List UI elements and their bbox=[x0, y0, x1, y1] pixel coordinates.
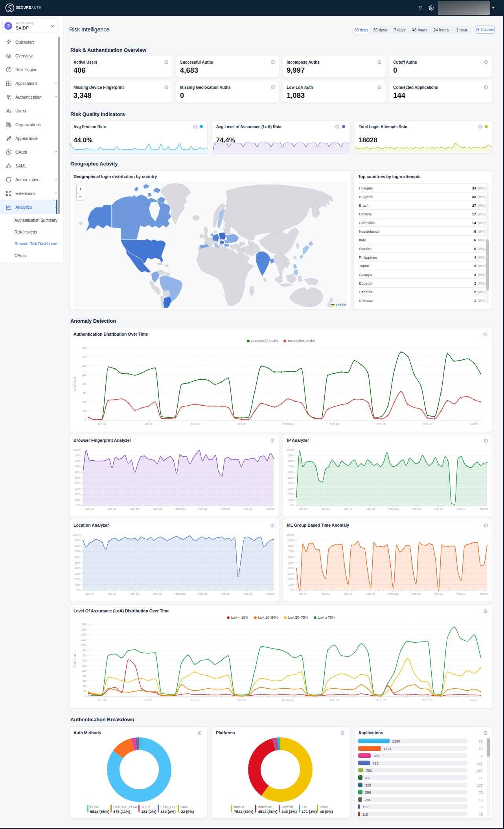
svg-text:100%: 100% bbox=[73, 533, 81, 537]
svg-text:120: 120 bbox=[81, 364, 86, 368]
svg-text:March: March bbox=[470, 698, 478, 702]
svg-text:80: 80 bbox=[83, 674, 86, 678]
svg-text:Jan 18: Jan 18 bbox=[190, 698, 199, 702]
svg-text:280: 280 bbox=[81, 623, 86, 626]
svg-text:80: 80 bbox=[83, 382, 86, 386]
svg-text:80%: 80% bbox=[288, 459, 294, 463]
svg-text:120: 120 bbox=[81, 664, 86, 667]
svg-text:Feb 08: Feb 08 bbox=[412, 592, 421, 596]
svg-text:Jan 18: Jan 18 bbox=[130, 592, 139, 596]
svg-text:February: February bbox=[282, 698, 294, 702]
svg-text:Jan 25: Jan 25 bbox=[153, 507, 162, 511]
svg-text:20: 20 bbox=[83, 409, 86, 413]
svg-text:March: March bbox=[470, 422, 478, 426]
svg-text:February: February bbox=[282, 422, 294, 426]
svg-text:50%: 50% bbox=[75, 476, 81, 480]
svg-text:Feb 15: Feb 15 bbox=[377, 422, 386, 426]
svg-text:20%: 20% bbox=[288, 493, 294, 496]
svg-text:20%: 20% bbox=[288, 577, 294, 581]
svg-text:Jan 18: Jan 18 bbox=[344, 507, 353, 511]
svg-text:20%: 20% bbox=[75, 577, 81, 581]
svg-text:February: February bbox=[388, 507, 399, 511]
svg-text:Jan 04: Jan 04 bbox=[85, 507, 94, 511]
svg-text:Feb 22: Feb 22 bbox=[457, 507, 466, 511]
svg-text:Feb 08: Feb 08 bbox=[198, 592, 207, 596]
svg-text:Jan 04: Jan 04 bbox=[97, 422, 107, 426]
svg-text:100: 100 bbox=[81, 669, 86, 673]
svg-text:30%: 30% bbox=[288, 572, 294, 575]
svg-text:Jan 11: Jan 11 bbox=[108, 507, 116, 511]
svg-text:100%: 100% bbox=[287, 448, 294, 452]
svg-text:Jan 25: Jan 25 bbox=[366, 507, 375, 511]
svg-text:30%: 30% bbox=[75, 487, 81, 491]
svg-text:Feb 22: Feb 22 bbox=[457, 592, 466, 596]
svg-text:80%: 80% bbox=[75, 459, 81, 463]
svg-text:160: 160 bbox=[81, 346, 86, 349]
svg-text:100%: 100% bbox=[73, 448, 81, 452]
svg-text:0%: 0% bbox=[76, 504, 81, 507]
svg-text:60%: 60% bbox=[75, 555, 81, 559]
svg-text:Jan 25: Jan 25 bbox=[237, 422, 246, 426]
svg-text:Jan 04: Jan 04 bbox=[85, 592, 94, 596]
svg-text:60: 60 bbox=[83, 679, 86, 683]
svg-text:0%: 0% bbox=[76, 588, 81, 592]
svg-text:Jan 18: Jan 18 bbox=[344, 592, 353, 596]
svg-text:30%: 30% bbox=[75, 572, 81, 575]
svg-text:Jan 11: Jan 11 bbox=[108, 592, 116, 596]
svg-text:40%: 40% bbox=[288, 566, 294, 570]
svg-text:30%: 30% bbox=[288, 487, 294, 491]
svg-text:Feb 15: Feb 15 bbox=[434, 592, 443, 596]
svg-text:220: 220 bbox=[81, 638, 86, 642]
svg-text:90%: 90% bbox=[288, 539, 294, 542]
svg-text:100%: 100% bbox=[287, 533, 294, 537]
svg-text:10%: 10% bbox=[75, 498, 81, 502]
svg-text:Feb 15: Feb 15 bbox=[434, 507, 443, 511]
svg-text:40: 40 bbox=[83, 400, 86, 404]
svg-text:40%: 40% bbox=[75, 482, 81, 485]
svg-text:10%: 10% bbox=[288, 583, 294, 586]
svg-text:Jan 04: Jan 04 bbox=[298, 507, 307, 511]
svg-text:60%: 60% bbox=[288, 555, 294, 559]
svg-text:Feb 15: Feb 15 bbox=[377, 698, 386, 702]
svg-text:70%: 70% bbox=[75, 465, 81, 468]
svg-text:80%: 80% bbox=[288, 544, 294, 548]
svg-text:Feb 22: Feb 22 bbox=[423, 698, 432, 702]
svg-text:70%: 70% bbox=[288, 465, 294, 468]
svg-text:February: February bbox=[174, 507, 186, 511]
svg-text:March: March bbox=[266, 507, 274, 511]
svg-text:Feb 08: Feb 08 bbox=[412, 507, 421, 511]
svg-text:Jan 25: Jan 25 bbox=[366, 592, 375, 596]
svg-text:80%: 80% bbox=[75, 544, 81, 548]
svg-text:60%: 60% bbox=[288, 471, 294, 474]
svg-text:Jan 11: Jan 11 bbox=[321, 592, 330, 596]
svg-text:March: March bbox=[480, 592, 488, 596]
svg-text:0: 0 bbox=[85, 695, 86, 698]
svg-text:140: 140 bbox=[81, 659, 86, 662]
svg-text:0: 0 bbox=[85, 419, 86, 422]
svg-text:90%: 90% bbox=[75, 454, 81, 457]
svg-text:70%: 70% bbox=[288, 550, 294, 553]
svg-text:90%: 90% bbox=[75, 539, 81, 542]
svg-text:Jan 18: Jan 18 bbox=[190, 422, 199, 426]
svg-text:140: 140 bbox=[81, 355, 86, 358]
svg-text:Auth count: Auth count bbox=[73, 653, 77, 667]
svg-text:March: March bbox=[480, 507, 488, 511]
svg-text:Jan 11: Jan 11 bbox=[144, 698, 153, 702]
svg-text:Feb 08: Feb 08 bbox=[330, 698, 339, 702]
svg-text:0%: 0% bbox=[290, 504, 294, 507]
svg-text:Jan 04: Jan 04 bbox=[298, 592, 307, 596]
svg-text:Feb 22: Feb 22 bbox=[243, 592, 252, 596]
svg-text:240: 240 bbox=[81, 633, 86, 636]
svg-text:Auth count: Auth count bbox=[73, 377, 77, 391]
svg-text:Jan 11: Jan 11 bbox=[144, 422, 153, 426]
svg-text:Feb 22: Feb 22 bbox=[243, 507, 252, 511]
svg-text:Feb 08: Feb 08 bbox=[198, 507, 207, 511]
svg-text:Jan 04: Jan 04 bbox=[97, 698, 107, 702]
svg-text:100: 100 bbox=[81, 373, 86, 377]
svg-text:50%: 50% bbox=[288, 476, 294, 480]
svg-text:0%: 0% bbox=[290, 588, 294, 592]
svg-text:60%: 60% bbox=[75, 471, 81, 474]
svg-text:260: 260 bbox=[81, 628, 86, 631]
svg-text:40%: 40% bbox=[288, 482, 294, 485]
svg-text:160: 160 bbox=[81, 654, 86, 657]
